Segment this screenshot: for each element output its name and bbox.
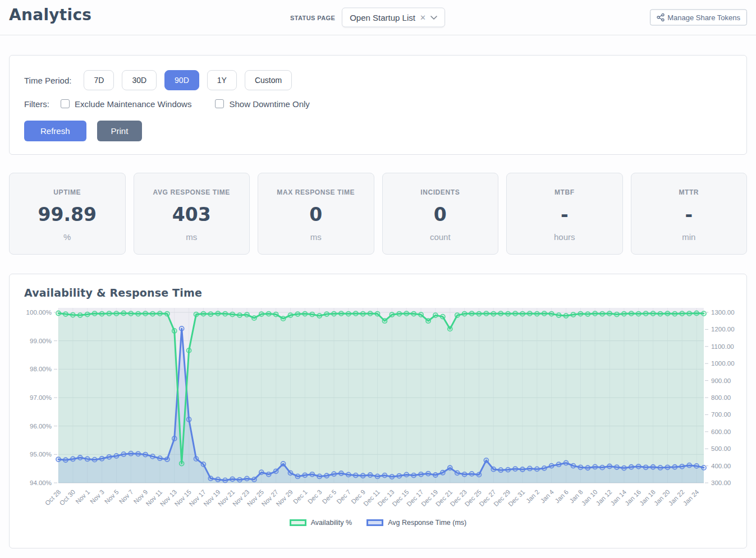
svg-text:95.00%: 95.00% [30,451,52,458]
stat-label: MTTR [631,188,747,196]
stat-unit: ms [258,232,374,242]
share-icon [657,13,665,22]
stat-card-mttr: MTTR-min [631,173,748,255]
svg-text:Jan 6: Jan 6 [554,488,570,504]
stat-card-incidents: INCIDENTS0count [382,173,499,255]
svg-text:100.00%: 100.00% [26,309,52,316]
svg-text:Jan 2: Jan 2 [525,488,540,504]
stat-unit: % [10,232,125,242]
legend-label: Avg Response Time (ms) [388,519,466,527]
svg-text:Nov 3: Nov 3 [89,488,106,505]
chart-title: Availability & Response Time [24,287,746,299]
time-period-label: Time Period: [24,76,71,85]
svg-text:1300.00: 1300.00 [711,309,735,316]
manage-share-tokens-button[interactable]: Manage Share Tokens [650,10,747,26]
svg-text:Dec 5: Dec 5 [321,488,338,505]
legend-label: Availability % [311,519,352,527]
legend-item[interactable]: Availability % [290,519,352,527]
legend-swatch-icon [366,519,383,526]
svg-text:500.00: 500.00 [711,445,731,452]
svg-text:1000.00: 1000.00 [711,360,735,367]
svg-text:98.00%: 98.00% [30,366,52,372]
stat-value: 403 [134,204,250,225]
svg-text:Jan 16: Jan 16 [624,488,642,507]
availability-response-chart: 100.00%99.00%98.00%97.00%96.00%95.00%94.… [10,302,747,517]
stat-value: 0 [383,204,498,225]
stat-label: UPTIME [10,188,125,196]
svg-text:Oct 30: Oct 30 [58,488,76,506]
svg-text:Dec 31: Dec 31 [507,488,526,508]
stat-card-avg-response-time: AVG RESPONSE TIME403ms [134,173,250,255]
stat-unit: count [383,232,498,242]
stat-value: - [631,204,747,225]
svg-text:Nov 5: Nov 5 [103,488,120,505]
status-page-label: STATUS PAGE [290,14,335,21]
svg-text:Nov 1: Nov 1 [74,488,91,505]
filters-label: Filters: [24,99,49,109]
svg-text:1100.00: 1100.00 [711,343,734,350]
svg-text:800.00: 800.00 [711,394,731,401]
svg-text:Jan 10: Jan 10 [580,488,599,507]
filter-checkbox-group-0: Exclude Maintenance Windows [61,99,191,109]
svg-text:Dec 3: Dec 3 [306,488,323,505]
period-button-1y[interactable]: 1Y [207,70,237,90]
svg-text:300.00: 300.00 [711,479,731,486]
svg-text:Jan 22: Jan 22 [667,488,686,507]
time-period-buttons: 7D30D90D1YCustom [84,70,292,90]
status-page-select[interactable]: Open Startup List ✕ [342,8,445,27]
stat-unit: min [631,232,747,242]
page-title: Analytics [9,6,91,24]
svg-text:Jan 20: Jan 20 [653,488,671,507]
svg-text:900.00: 900.00 [711,377,731,384]
chevron-down-icon [430,15,437,20]
filter-panel: Time Period: 7D30D90D1YCustom Filters: E… [9,55,747,155]
stat-card-mtbf: MTBF-hours [506,173,623,255]
checkbox-unchecked[interactable] [61,99,70,108]
stat-value: - [507,204,622,225]
svg-text:Jan 4: Jan 4 [539,488,556,505]
chart-panel: Availability & Response Time 100.00%99.0… [9,274,747,548]
svg-text:1200.00: 1200.00 [711,326,735,333]
clear-selection-icon[interactable]: ✕ [419,14,427,21]
legend-swatch-icon [290,519,306,526]
stat-value: 99.89 [10,204,125,225]
chart-legend: Availability %Avg Response Time (ms) [10,519,746,527]
svg-text:600.00: 600.00 [711,428,731,435]
svg-text:700.00: 700.00 [711,411,731,418]
print-button[interactable]: Print [97,121,143,141]
svg-text:97.00%: 97.00% [30,394,52,401]
period-button-7d[interactable]: 7D [84,70,114,90]
stats-row: UPTIME99.89%AVG RESPONSE TIME403msMAX RE… [9,173,747,255]
filter-checkbox-group-1: Show Downtime Only [215,99,309,109]
checkbox-unchecked[interactable] [215,99,224,108]
status-page-group: STATUS PAGE Open Startup List ✕ [290,8,445,27]
svg-text:96.00%: 96.00% [30,423,52,430]
svg-text:99.00%: 99.00% [30,338,52,344]
svg-text:Dec 1: Dec 1 [292,488,309,505]
legend-item[interactable]: Avg Response Time (ms) [366,519,466,527]
stat-unit: hours [507,232,622,242]
stat-card-max-response-time: MAX RESPONSE TIME0ms [258,173,374,255]
period-button-custom[interactable]: Custom [245,70,292,90]
svg-text:Nov 29: Nov 29 [275,488,294,508]
svg-text:94.00%: 94.00% [30,479,52,486]
stat-label: INCIDENTS [383,188,498,196]
svg-text:Jan 24: Jan 24 [682,488,700,507]
stat-label: MTBF [507,188,622,196]
stat-label: MAX RESPONSE TIME [258,188,374,196]
manage-share-tokens-label: Manage Share Tokens [667,13,740,22]
stat-value: 0 [258,204,374,225]
stat-unit: ms [134,232,250,242]
svg-text:Jan 18: Jan 18 [638,488,657,507]
period-button-90d[interactable]: 90D [164,70,199,90]
period-button-30d[interactable]: 30D [122,70,157,90]
stat-label: AVG RESPONSE TIME [134,188,250,196]
svg-text:Nov 7: Nov 7 [118,488,135,505]
chart-wrap: 100.00%99.00%98.00%97.00%96.00%95.00%94.… [10,302,746,519]
svg-text:Oct 28: Oct 28 [44,488,62,506]
checkbox-label[interactable]: Exclude Maintenance Windows [75,99,191,109]
checkbox-label[interactable]: Show Downtime Only [229,99,309,109]
app-header: Analytics STATUS PAGE Open Startup List … [0,0,756,35]
svg-text:Jan 12: Jan 12 [595,488,613,507]
refresh-button[interactable]: Refresh [24,121,86,141]
